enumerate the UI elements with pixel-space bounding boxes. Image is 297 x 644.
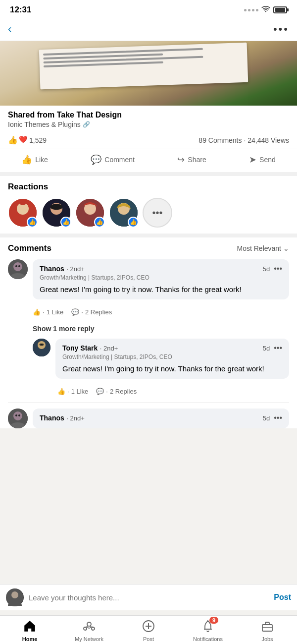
comment-like-1[interactable]: 👍 · 1 Like (33, 308, 63, 316)
time: 12:31 (10, 5, 31, 15)
share-button[interactable]: ↪ Share (172, 151, 211, 168)
reply-icon: 💬 (71, 308, 79, 316)
chevron-down-icon: ⌄ (283, 244, 289, 252)
svg-point-17 (43, 344, 44, 346)
comment-avatar-thanos-1[interactable] (8, 259, 28, 279)
comments-header: Comments Most Relevant ⌄ (8, 243, 289, 253)
post-title: Shared from Take That Design (8, 111, 289, 119)
action-bar: 👍 Like 💬 Comment ↪ Share ➤ Send (0, 149, 297, 176)
paper-decoration (39, 43, 248, 90)
comment-button[interactable]: 💬 Comment (86, 151, 140, 168)
show-more-reply[interactable]: Show 1 more reply (8, 323, 289, 339)
comment-more-1[interactable]: ••• (274, 264, 282, 273)
reactions-count: 1,529 (29, 136, 47, 144)
comments-title: Comments (8, 243, 51, 253)
svg-point-16 (40, 344, 41, 346)
status-icons (244, 5, 287, 14)
battery-icon (273, 6, 287, 13)
sort-button[interactable]: Most Relevant ⌄ (237, 244, 289, 252)
stats-row: 👍 ❤️ 1,529 89 Comments · 24,448 Views (0, 131, 297, 149)
svg-point-12 (18, 265, 20, 267)
like-icon: 👍 (21, 154, 32, 165)
comment-actions-1: 👍 · 1 Like 💬 · 2 Replies (8, 305, 289, 319)
svg-point-11 (15, 265, 17, 267)
reaction-avatar-1[interactable]: 👍 (8, 198, 38, 228)
thumbs-up-icon: 👍 (57, 388, 65, 395)
signal-icon (244, 9, 258, 11)
thumbs-up-icon: 👍 (33, 308, 41, 316)
reaction-icons: 👍 ❤️ (8, 135, 27, 145)
send-button[interactable]: ➤ Send (244, 151, 281, 168)
svg-point-10 (13, 262, 22, 271)
reaction-avatar-2[interactable]: 👍 (42, 198, 71, 228)
reactions-section: Reactions 👍 (0, 176, 297, 237)
post-info: Shared from Take That Design Ionic Theme… (0, 106, 297, 131)
svg-point-19 (13, 411, 22, 420)
comment-more-3[interactable]: ••• (274, 413, 282, 422)
comments-section: Comments Most Relevant ⌄ Thanos · 2nd+ (0, 237, 297, 428)
link-icon: 🔗 (83, 121, 90, 128)
svg-point-20 (15, 414, 17, 416)
reaction-avatar-4[interactable]: 👍 (109, 198, 139, 228)
post-subtitle: Ionic Themes & Plugins 🔗 (8, 120, 289, 128)
back-button[interactable]: ‹ (8, 23, 11, 36)
svg-point-21 (18, 414, 20, 416)
comment-item-1: Thanos · 2nd+ 5d ••• Growth/Marketing | … (8, 259, 289, 299)
reply-item-tony: Tony Stark · 2nd+ 5d ••• Growth/Marketin… (8, 339, 289, 379)
share-icon: ↪ (177, 154, 185, 165)
comment-reply-1[interactable]: 💬 · 2 Replies (71, 308, 112, 316)
more-reactions-button[interactable]: ••• (143, 198, 172, 228)
thumbs-up-icon: 👍 (8, 135, 18, 145)
comment-truncated: Thanos · 2nd+ 5d ••• (8, 402, 289, 428)
comment-bubble-1: Thanos · 2nd+ 5d ••• Growth/Marketing | … (33, 259, 289, 299)
nav-bar: ‹ ••• (0, 18, 297, 41)
comment-icon: 💬 (91, 154, 101, 165)
reply-icon: 💬 (96, 388, 104, 395)
truncated-comment-bubble: Thanos · 2nd+ 5d ••• (33, 409, 289, 428)
svg-rect-2 (20, 202, 26, 205)
heart-icon: ❤️ (19, 135, 27, 145)
post-image (0, 41, 297, 106)
reply-avatar-tony[interactable] (33, 339, 50, 356)
stats-right: 89 Comments · 24,448 Views (198, 136, 289, 144)
reply-bubble-tony: Tony Stark · 2nd+ 5d ••• Growth/Marketin… (55, 339, 289, 379)
reply-actions-tony: 👍 · 1 Like 💬 · 2 Replies (8, 385, 289, 398)
comment-avatar-thanos-2[interactable] (8, 409, 28, 428)
reply-replies-tony[interactable]: 💬 · 2 Replies (96, 388, 137, 395)
stats-left: 👍 ❤️ 1,529 (8, 135, 47, 145)
like-button[interactable]: 👍 Like (16, 151, 53, 168)
reply-like-tony[interactable]: 👍 · 1 Like (57, 388, 88, 395)
send-icon: ➤ (249, 154, 256, 165)
wifi-icon (261, 5, 270, 14)
more-button[interactable]: ••• (273, 23, 289, 36)
reactions-title: Reactions (8, 182, 289, 192)
reaction-avatar-3[interactable]: 👍 (75, 198, 105, 228)
status-bar: 12:31 (0, 0, 297, 18)
reactions-avatars: 👍 👍 (8, 198, 289, 228)
comment-more-tony[interactable]: ••• (274, 344, 282, 352)
